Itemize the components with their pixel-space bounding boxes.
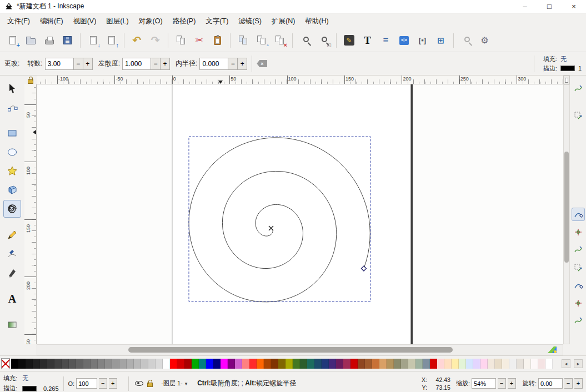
tool-rectangle[interactable]	[3, 124, 21, 142]
palette-swatch[interactable]	[54, 359, 62, 369]
menu-extensions[interactable]: 扩展(N)	[267, 13, 300, 29]
tool-spiral[interactable]	[3, 200, 21, 218]
palette-swatch[interactable]	[372, 359, 379, 369]
palette-swatch[interactable]	[156, 359, 163, 369]
palette-swatch[interactable]	[473, 359, 480, 369]
palette-swatch[interactable]	[257, 359, 264, 369]
palette-swatch[interactable]	[459, 359, 466, 369]
tool-box3d[interactable]	[3, 181, 21, 199]
snap-paths-icon[interactable]	[572, 225, 585, 239]
stroke-color-chip[interactable]	[560, 66, 575, 71]
tool-node[interactable]	[3, 98, 21, 116]
palette-swatch[interactable]	[480, 359, 488, 369]
palette-swatch[interactable]	[466, 359, 473, 369]
palette-swatch[interactable]	[40, 359, 47, 369]
unlink-clone-icon[interactable]: ×	[271, 32, 288, 49]
maximize-button[interactable]: □	[537, 0, 562, 13]
palette-swatch[interactable]	[495, 359, 502, 369]
palette-swatch[interactable]	[11, 359, 18, 369]
snap-path-intersections-icon[interactable]	[572, 243, 585, 257]
snap-object-centers-icon[interactable]	[572, 314, 585, 328]
palette-swatch[interactable]	[91, 359, 98, 369]
palette-swatch[interactable]	[213, 359, 221, 369]
opacity-increment[interactable]: +	[109, 378, 117, 389]
tool-pen[interactable]	[3, 245, 21, 263]
horizontal-ruler[interactable]: -100-50050100150200250300	[37, 76, 563, 84]
palette-swatch[interactable]	[358, 359, 365, 369]
palette-swatch[interactable]	[184, 359, 192, 369]
rotation-input[interactable]	[538, 378, 563, 389]
menu-edit[interactable]: 编辑(E)	[35, 13, 68, 29]
tool-gradient[interactable]	[3, 316, 21, 334]
tool-ellipse[interactable]	[3, 143, 21, 161]
redo-icon[interactable]: ↷	[147, 32, 164, 49]
save-icon[interactable]	[59, 32, 76, 49]
tool-selector[interactable]	[3, 79, 21, 97]
palette-swatch[interactable]	[415, 359, 423, 369]
tool-calligraphy[interactable]	[3, 264, 21, 282]
spiral-divergence-increment[interactable]: +	[161, 58, 170, 70]
palette-swatch[interactable]	[300, 359, 307, 369]
palette-swatch[interactable]	[264, 359, 271, 369]
layer-lock-toggle[interactable]	[144, 378, 156, 389]
palette-swatch[interactable]	[112, 359, 119, 369]
palette-swatch[interactable]	[531, 359, 538, 369]
ruler-corner-button[interactable]	[563, 76, 570, 84]
copy-icon[interactable]	[172, 32, 189, 49]
zoom-selection-icon[interactable]	[297, 32, 314, 49]
palette-swatch[interactable]	[206, 359, 213, 369]
palette-swatch[interactable]	[307, 359, 314, 369]
palette-swatch[interactable]	[408, 359, 415, 369]
horizontal-scrollbar-thumb[interactable]	[128, 347, 453, 353]
fill-stroke-status[interactable]: 填充: 无 描边: 0.265	[3, 374, 59, 392]
menu-text[interactable]: 文字(T)	[201, 13, 233, 29]
canvas[interactable]	[37, 84, 563, 344]
layer-visibility-toggle[interactable]	[133, 378, 144, 389]
palette-swatch[interactable]	[524, 359, 531, 369]
spiral-inner-radius-increment[interactable]: +	[238, 58, 247, 70]
text-editor-icon[interactable]: T	[359, 32, 376, 49]
palette-swatch[interactable]	[192, 359, 199, 369]
palette-swatch[interactable]	[365, 359, 372, 369]
zoom-decrement[interactable]: −	[498, 378, 506, 389]
palette-swatch[interactable]	[314, 359, 322, 369]
snap-midpoints-icon[interactable]	[572, 296, 585, 310]
palette-swatch[interactable]	[33, 359, 40, 369]
palette-swatch[interactable]	[545, 359, 553, 369]
duplicate-icon[interactable]	[234, 32, 252, 49]
open-icon[interactable]	[22, 32, 39, 49]
palette-swatch[interactable]	[502, 359, 509, 369]
palette-swatch[interactable]	[488, 359, 495, 369]
palette-swatch[interactable]	[322, 359, 329, 369]
horizontal-scrollbar[interactable]	[37, 344, 563, 355]
spiral-divergence-decrement[interactable]: −	[151, 58, 161, 70]
edit-objects-icon[interactable]: ✎	[340, 32, 358, 49]
palette-swatch[interactable]	[228, 359, 235, 369]
vertical-scrollbar[interactable]	[563, 84, 570, 344]
palette-swatch[interactable]	[98, 359, 105, 369]
palette-swatch[interactable]	[343, 359, 350, 369]
palette-swatch[interactable]	[69, 359, 76, 369]
snap-nodes-icon[interactable]	[572, 208, 585, 221]
new-document-icon[interactable]: +	[4, 32, 21, 49]
preferences-icon[interactable]: ⚙	[476, 32, 493, 49]
palette-swatch[interactable]	[83, 359, 91, 369]
menu-filters[interactable]: 滤镜(S)	[233, 13, 267, 29]
palette-swatch[interactable]	[430, 359, 437, 369]
palette-swatch[interactable]	[387, 359, 394, 369]
palette-swatch[interactable]	[105, 359, 112, 369]
opacity-decrement[interactable]: −	[99, 378, 107, 389]
palette-none-swatch[interactable]	[1, 358, 10, 369]
palette-swatch[interactable]	[127, 359, 134, 369]
palette-swatch[interactable]	[18, 359, 26, 369]
xml-editor-icon[interactable]: <>	[395, 32, 413, 49]
vertical-scrollbar-thumb[interactable]	[564, 152, 569, 263]
rotation-decrement[interactable]: −	[564, 378, 573, 389]
spiral-turns-increment[interactable]: +	[83, 58, 93, 70]
spiral-turns-input[interactable]	[45, 58, 74, 70]
spiral-divergence-input[interactable]	[122, 58, 151, 70]
palette-swatch[interactable]	[199, 359, 206, 369]
palette-swatch[interactable]	[350, 359, 358, 369]
palette-swatch[interactable]	[538, 359, 545, 369]
palette-swatch[interactable]	[242, 359, 249, 369]
